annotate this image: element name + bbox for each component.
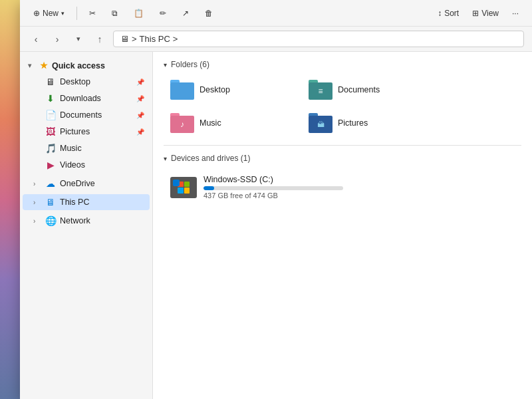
- win-logo-q1: [178, 182, 184, 188]
- music-folder-icon: ♪: [170, 113, 194, 133]
- desktop-folder-icon: [170, 80, 194, 100]
- folder-item-music[interactable]: ♪ Music: [164, 109, 297, 137]
- quick-access-arrow: ▾: [28, 62, 36, 69]
- drive-name: Windows-SSD (C:): [203, 175, 343, 184]
- sidebar-item-network[interactable]: › 🌐 Network: [23, 213, 150, 229]
- sidebar-item-downloads[interactable]: ⬇ Downloads 📌: [23, 90, 150, 106]
- copy-icon: ⧉: [112, 9, 118, 18]
- address-bar: ‹ › ▾ ↑ 🖥 > This PC >: [20, 27, 532, 52]
- address-path[interactable]: 🖥 > This PC >: [113, 31, 524, 47]
- toolbar-separator-1: [76, 7, 77, 20]
- section-divider: [164, 145, 521, 146]
- sort-button[interactable]: ↕ Sort: [432, 6, 464, 21]
- network-expand: ›: [33, 217, 41, 225]
- pin-icon: 📌: [136, 112, 144, 119]
- cut-icon: ✂: [89, 9, 96, 18]
- paste-button[interactable]: 📋: [128, 6, 149, 21]
- documents-folder-icon: ≡: [309, 80, 332, 100]
- thispc-icon: 🖥: [120, 34, 129, 44]
- delete-button[interactable]: 🗑: [200, 6, 218, 21]
- onedrive-section: › ☁ OneDrive: [20, 176, 152, 192]
- drive-item-windows-ssd[interactable]: Windows-SSD (C:) 437 GB free of 474 GB: [164, 170, 350, 205]
- recent-button[interactable]: ▾: [70, 31, 86, 47]
- sidebar-item-videos[interactable]: ▶ Videos: [23, 157, 150, 173]
- documents-label: Documents: [60, 110, 102, 120]
- star-icon: ★: [40, 61, 48, 70]
- folder-item-pictures[interactable]: 🏔 Pictures: [302, 109, 435, 137]
- cut-button[interactable]: ✂: [84, 6, 101, 21]
- quick-access-header[interactable]: ▾ ★ Quick access: [23, 58, 150, 73]
- sidebar: ▾ ★ Quick access 🖥 Desktop 📌 ⬇ Downloads…: [20, 52, 153, 399]
- videos-label: Videos: [60, 160, 85, 170]
- thispc-nav-icon: 🖥: [45, 197, 56, 207]
- onedrive-icon: ☁: [45, 178, 56, 189]
- desktop-folder-name: Desktop: [200, 85, 230, 94]
- videos-icon: ▶: [45, 160, 56, 170]
- drive-bar: [203, 186, 214, 190]
- thispc-path-label: >: [132, 34, 137, 44]
- folder-item-desktop[interactable]: Desktop: [164, 76, 297, 104]
- thispc-section: › 🖥 This PC: [20, 194, 152, 210]
- pictures-folder-icon: 🏔: [309, 113, 332, 133]
- new-label: New: [43, 9, 59, 18]
- sort-label: Sort: [444, 9, 459, 18]
- content-area: ▾ ★ Quick access 🖥 Desktop 📌 ⬇ Downloads…: [20, 52, 532, 399]
- sidebar-item-music[interactable]: 🎵 Music: [23, 140, 150, 156]
- drive-space: 437 GB free of 474 GB: [203, 192, 343, 200]
- sidebar-item-thispc[interactable]: › 🖥 This PC: [23, 194, 150, 210]
- new-button[interactable]: ⊕ New ▾: [28, 6, 70, 21]
- music-label: Music: [60, 144, 82, 153]
- sort-icon: ↕: [438, 9, 442, 18]
- copy-button[interactable]: ⧉: [106, 6, 123, 21]
- folder-item-documents[interactable]: ≡ Documents: [302, 76, 435, 104]
- rename-button[interactable]: ✏: [154, 6, 172, 21]
- file-area: ▾ Folders (6) Desktop: [153, 52, 532, 399]
- pictures-icon: 🖼: [45, 126, 56, 137]
- drives-section-header[interactable]: ▾ Devices and drives (1): [164, 154, 521, 163]
- toolbar-right: ↕ Sort ⊞ View ···: [432, 6, 524, 21]
- quick-access-section: ▾ ★ Quick access 🖥 Desktop 📌 ⬇ Downloads…: [20, 58, 152, 173]
- view-icon: ⊞: [472, 9, 479, 18]
- desktop-icon: 🖥: [45, 76, 56, 87]
- rename-icon: ✏: [160, 9, 166, 18]
- delete-icon: 🗑: [205, 9, 213, 18]
- drive-icon: [170, 177, 197, 198]
- forward-button[interactable]: ›: [49, 31, 65, 47]
- documents-icon: 📄: [45, 110, 56, 120]
- pictures-folder-name: Pictures: [338, 118, 368, 128]
- sidebar-item-onedrive[interactable]: › ☁ OneDrive: [23, 176, 150, 192]
- folders-expand-arrow: ▾: [164, 61, 167, 68]
- share-icon: ↗: [182, 9, 189, 18]
- up-button[interactable]: ↑: [92, 31, 108, 47]
- toolbar: ⊕ New ▾ ✂ ⧉ 📋 ✏ ↗ 🗑 ↕ Sort ⊞: [20, 0, 532, 27]
- network-label: Network: [60, 216, 90, 225]
- quick-access-label: Quick access: [52, 61, 105, 70]
- pin-icon: 📌: [136, 78, 144, 86]
- more-button[interactable]: ···: [507, 6, 524, 21]
- pictures-label: Pictures: [60, 127, 90, 136]
- documents-folder-name: Documents: [338, 85, 380, 94]
- view-button[interactable]: ⊞ View: [467, 6, 504, 21]
- music-icon: 🎵: [45, 143, 56, 154]
- sidebar-item-pictures[interactable]: 🖼 Pictures 📌: [23, 124, 150, 140]
- onedrive-expand: ›: [33, 180, 41, 188]
- drives-list: Windows-SSD (C:) 437 GB free of 474 GB: [164, 170, 521, 205]
- back-button[interactable]: ‹: [28, 31, 44, 47]
- network-section: › 🌐 Network: [20, 213, 152, 229]
- view-label: View: [481, 9, 499, 18]
- drive-bar-container: [203, 186, 343, 190]
- drives-header-label: Devices and drives (1): [171, 154, 250, 163]
- folders-section-header[interactable]: ▾ Folders (6): [164, 60, 521, 69]
- more-label: ···: [512, 9, 519, 18]
- thispc-nav-label: This PC: [60, 198, 89, 207]
- sidebar-item-desktop[interactable]: 🖥 Desktop 📌: [23, 74, 150, 90]
- path-separator-end: >: [173, 34, 178, 44]
- thispc-label: This PC: [140, 34, 170, 44]
- new-icon: ⊕: [33, 9, 40, 18]
- sidebar-item-documents[interactable]: 📄 Documents 📌: [23, 107, 150, 123]
- share-button[interactable]: ↗: [177, 6, 194, 21]
- music-folder-name: Music: [200, 118, 221, 128]
- downloads-icon: ⬇: [45, 93, 56, 104]
- pin-icon: 📌: [136, 95, 144, 102]
- win-logo-q4: [184, 188, 190, 194]
